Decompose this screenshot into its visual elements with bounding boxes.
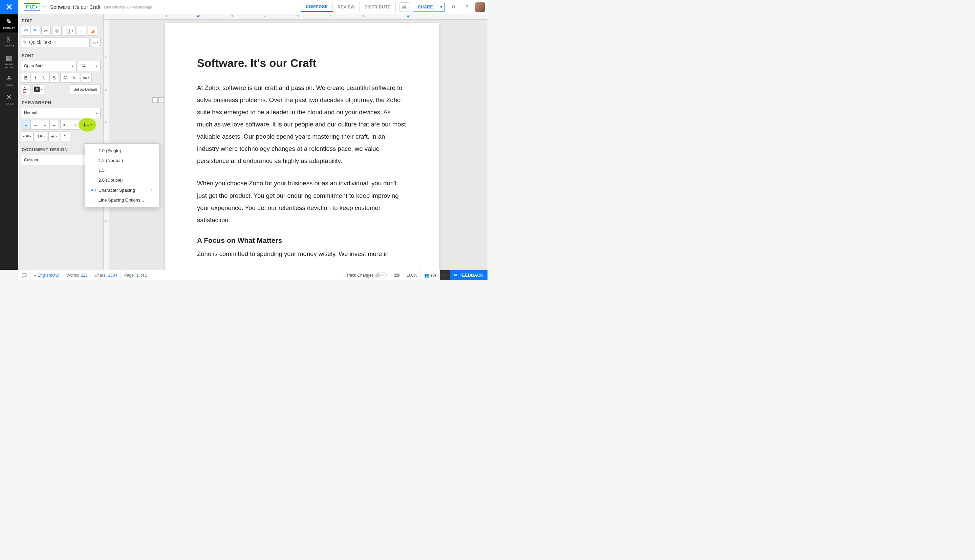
share-button[interactable]: SHARE <box>413 3 438 12</box>
paragraph-style-select[interactable]: Normal <box>21 108 100 118</box>
format-panel: EDIT ↶ ↷ ✂ ⎘ 📋 ⊤ ◢ ✎Quick Text ⌕ FONT Op… <box>18 14 104 270</box>
bullet-list-button[interactable]: • ≡ <box>21 132 33 141</box>
rail-insert[interactable]: ⎘INSERT <box>0 32 18 50</box>
tab-distribute[interactable]: DISTRIBUTE <box>360 2 395 12</box>
doc-heading-1[interactable]: Software. It's our Craft <box>197 57 407 70</box>
rail-view[interactable]: 👁VIEW <box>0 72 18 90</box>
font-color-button[interactable]: A <box>21 85 31 94</box>
app-logo[interactable]: ✕ <box>0 0 18 14</box>
character-spacing-submenu[interactable]: A͏BCharacter Spacing <box>85 185 159 195</box>
find-replace-button[interactable]: ⌕ <box>91 38 100 47</box>
doc-paragraph-2[interactable]: When you choose Zoho for your business o… <box>197 177 407 226</box>
paste-button[interactable]: 📋 <box>63 26 75 35</box>
right-indent-marker[interactable] <box>406 15 410 18</box>
align-left-button[interactable]: ≡ <box>21 120 30 130</box>
collaborators-count[interactable]: 👥 (0) <box>421 270 440 280</box>
underline-button[interactable]: U <box>40 73 49 83</box>
page-indicator[interactable]: Page:1of 2 <box>121 270 151 280</box>
format-icon: ✎ <box>0 18 18 26</box>
chars-count[interactable]: Chars:1304 <box>91 270 121 280</box>
page[interactable]: Software. It's our Craft At Zoho, softwa… <box>165 23 439 270</box>
quick-text-dropdown[interactable]: ✎Quick Text <box>21 38 90 47</box>
cut-button[interactable]: ✂ <box>41 26 51 35</box>
undo-button[interactable]: ↶ <box>21 26 30 35</box>
redo-button[interactable]: ↷ <box>30 26 40 35</box>
strikethrough-button[interactable]: S <box>49 73 59 83</box>
zoom-level[interactable]: 100% <box>403 270 421 280</box>
spacing-2-0[interactable]: 2.0 (Double) <box>85 175 159 185</box>
align-right-button[interactable]: ≡ <box>40 120 49 130</box>
words-count[interactable]: Words:223 <box>63 270 91 280</box>
line-spacing-options[interactable]: Line Spacing Options... <box>85 195 159 205</box>
align-justify-button[interactable]: ≡ <box>49 120 59 130</box>
spacing-1-5[interactable]: 1.5 <box>85 165 159 175</box>
show-pilcrow-button[interactable]: ¶ <box>60 132 70 141</box>
chat-icon[interactable]: 💬 <box>18 270 30 280</box>
add-above-handle[interactable]: + <box>152 97 158 103</box>
file-menu-button[interactable]: FILE▾ <box>24 3 40 11</box>
paragraph-heading: PARAGRAPH <box>18 96 103 108</box>
highlight-color-button[interactable]: A <box>32 85 44 94</box>
share-dropdown[interactable]: ▾ <box>438 3 445 12</box>
horizontal-ruler[interactable]: 1 2 3 4 5 6 7 <box>104 14 487 20</box>
spacing-1-2[interactable]: 1.2 (Normal) <box>85 155 159 165</box>
char-spacing-icon: A͏B <box>91 188 96 192</box>
doc-heading-2[interactable]: A Focus on What Matters <box>197 237 407 245</box>
spacing-1-0[interactable]: 1.0 (Single) <box>85 146 159 155</box>
align-center-button[interactable]: ≡ <box>30 120 40 130</box>
topbar: FILE▾ ☆ Software. It's our Craft Last ed… <box>0 0 487 14</box>
copy-button[interactable]: ⎘ <box>52 26 62 35</box>
clear-format-button[interactable]: ◢ <box>88 26 97 35</box>
rail-tools[interactable]: ✕TOOLS <box>0 90 18 108</box>
subscript-button[interactable]: A₂ <box>70 73 79 83</box>
font-heading: FONT <box>18 49 103 61</box>
left-rail: ✎FORMAT ⎘INSERT ▦PAGE LAYOUT 👁VIEW ✕TOOL… <box>0 14 18 270</box>
document-title[interactable]: Software. It's our Craft <box>50 4 100 10</box>
feedback-button[interactable]: ✉ FEEDBACK <box>450 270 487 280</box>
status-bar: 💬 ▸English(US) Words:223 Chars:1304 Page… <box>18 270 487 280</box>
format-painter-button[interactable]: ⊤ <box>77 26 86 35</box>
multilevel-list-button[interactable]: ⊟ <box>48 132 59 141</box>
font-family-select[interactable]: Open Sans <box>21 61 77 71</box>
rail-page-layout[interactable]: ▦PAGE LAYOUT <box>0 50 18 72</box>
tab-review[interactable]: REVIEW <box>333 2 360 12</box>
bold-button[interactable]: B <box>21 73 30 83</box>
text-case-button[interactable]: Aa <box>80 73 92 83</box>
keyboard-icon[interactable]: ⌨ <box>390 270 403 280</box>
edit-heading: EDIT <box>18 14 103 26</box>
doc-paragraph-3[interactable]: Zoho is committed to spending your money… <box>197 248 407 260</box>
comments-icon[interactable]: ▤ <box>399 2 409 12</box>
superscript-button[interactable]: A² <box>60 73 70 83</box>
star-icon[interactable]: ☆ <box>43 4 47 10</box>
help-icon[interactable]: ? <box>462 2 472 12</box>
tools-icon: ✕ <box>0 93 18 101</box>
italic-button[interactable]: I <box>30 73 40 83</box>
insert-icon: ⎘ <box>0 36 18 43</box>
activity-icon[interactable]: ▭ <box>440 270 450 280</box>
doc-paragraph-1[interactable]: At Zoho, software is our craft and passi… <box>197 82 407 167</box>
last-edit-text: Last edit was 26 minutes ago <box>104 5 152 9</box>
numbered-list-button[interactable]: 1≡ <box>35 132 47 141</box>
set-default-button[interactable]: Set as Default <box>70 85 100 94</box>
indent-decrease-button[interactable]: ⇤ <box>60 120 70 130</box>
tab-compose[interactable]: COMPOSE <box>301 2 333 12</box>
font-size-select[interactable]: 14 <box>78 61 100 71</box>
canvas[interactable]: + ≡ Software. It's our Craft At Zoho, so… <box>109 20 487 270</box>
indent-increase-button[interactable]: ⇥ <box>70 120 79 130</box>
line-spacing-popup: 1.0 (Single) 1.2 (Normal) 1.5 2.0 (Doubl… <box>85 143 159 207</box>
rail-format[interactable]: ✎FORMAT <box>0 14 18 32</box>
line-spacing-button[interactable]: ⬍≡ <box>80 120 94 130</box>
page-layout-icon: ▦ <box>0 54 18 62</box>
settings-icon[interactable]: ⚙ <box>448 2 458 12</box>
language-button[interactable]: ▸English(US) <box>30 270 63 280</box>
view-icon: 👁 <box>0 75 18 83</box>
user-avatar[interactable] <box>475 2 485 12</box>
paragraph-handle[interactable]: ≡ <box>159 97 164 103</box>
track-changes-toggle[interactable]: Track ChangesOFF <box>343 270 391 280</box>
